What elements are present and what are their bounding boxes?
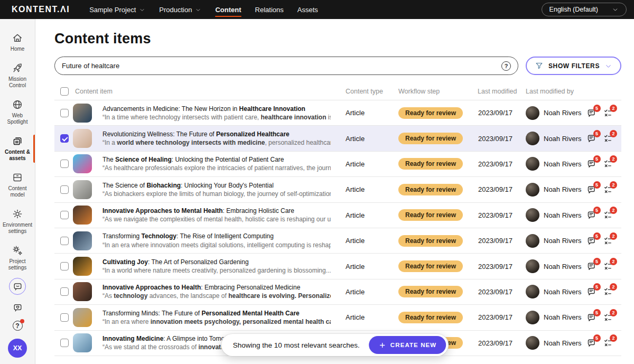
workflow-step-badge[interactable]: Ready for review (398, 133, 463, 144)
sidebar-item-home[interactable]: Home (0, 27, 35, 58)
create-new-button[interactable]: CREATE NEW (369, 336, 446, 354)
tasks-icon[interactable]: 2 (603, 286, 613, 297)
comments-icon[interactable]: 5 (586, 184, 596, 195)
user-avatar[interactable]: XX (8, 339, 27, 358)
sidebar-item-label: Content & assets (1, 149, 34, 162)
workflow-step-badge[interactable]: Ready for review (398, 312, 463, 323)
comments-icon[interactable]: 5 (586, 108, 596, 118)
row-checkbox[interactable] (60, 211, 69, 219)
content-item-text: Innovative Approaches to Mental Health: … (100, 207, 338, 223)
search-input[interactable] (62, 62, 496, 70)
tasks-icon[interactable]: 2 (603, 312, 613, 323)
table-row[interactable]: The Science of Biohacking: Unlocking You… (54, 177, 621, 202)
search-box[interactable]: ? (54, 57, 518, 75)
row-checkbox[interactable] (60, 262, 69, 270)
top-navigation: Sample Project Production Content Relati… (82, 0, 325, 19)
filter-funnel-icon (535, 61, 544, 70)
table-row[interactable]: Revolutionizing Wellness: The Future of … (54, 126, 621, 151)
comments-icon[interactable]: 5 (586, 210, 596, 220)
content-item-thumbnail (73, 154, 92, 173)
tasks-icon[interactable]: 2 (603, 108, 613, 118)
sidebar-item-project-settings[interactable]: Project settings (0, 240, 35, 276)
tasks-icon[interactable]: 2 (603, 261, 613, 272)
row-checkbox[interactable] (60, 339, 69, 347)
last-modified-by: Noah Rivers (523, 157, 585, 171)
feedback-heart-button[interactable] (13, 303, 23, 313)
modifier-name: Noah Rivers (544, 160, 582, 168)
table-row[interactable]: Cultivating Joy: The Art of Personalized… (54, 254, 621, 279)
sidebar-item-content-assets[interactable]: Content & assets (0, 130, 35, 167)
tasks-icon[interactable]: 2 (603, 133, 613, 144)
help-button[interactable]: ? (13, 321, 23, 331)
sidebar-item-mission-control[interactable]: Mission Control (0, 58, 35, 94)
workflow-step-badge[interactable]: Ready for review (398, 107, 463, 119)
table-row[interactable]: Transforming Technology: The Rise of Int… (54, 228, 621, 254)
plus-icon (378, 341, 386, 349)
show-filters-button[interactable]: SHOW FILTERS (526, 57, 621, 75)
workflow-step-badge[interactable]: Ready for review (398, 209, 463, 221)
row-checkbox[interactable] (60, 185, 69, 194)
row-checkbox[interactable] (60, 109, 69, 117)
workflow-step-badge[interactable]: Ready for review (398, 184, 463, 195)
nav-assets[interactable]: Assets (291, 0, 325, 19)
select-all-checkbox[interactable] (60, 87, 69, 96)
sidebar-item-content-model[interactable]: Content model (0, 167, 35, 203)
content-type: Article (338, 160, 391, 168)
workflow-step-badge[interactable]: Ready for review (398, 286, 463, 297)
tasks-icon[interactable]: 2 (603, 158, 613, 169)
modifier-avatar (526, 157, 539, 171)
comments-icon[interactable]: 5 (586, 158, 596, 169)
search-help-icon[interactable]: ? (501, 61, 511, 71)
tasks-icon[interactable]: 2 (603, 184, 613, 195)
last-modified-date: 2023/09/17 (470, 211, 523, 219)
row-checkbox[interactable] (60, 160, 69, 168)
table-row[interactable]: Advancements in Medicine: The New Horizo… (54, 100, 621, 126)
search-results-toast: Showing the 10 most relevant searches. C… (221, 334, 449, 356)
comments-icon[interactable]: 5 (586, 133, 596, 144)
content-type: Article (338, 135, 391, 143)
row-checkbox[interactable] (60, 313, 69, 322)
nav-content[interactable]: Content (208, 0, 248, 19)
workflow-step-badge[interactable]: Ready for review (398, 235, 463, 247)
row-checkbox[interactable] (60, 134, 69, 143)
table-row[interactable]: Transforming Minds: The Future of Person… (54, 305, 621, 330)
comments-icon[interactable]: 5 (586, 261, 596, 272)
modifier-name: Noah Rivers (544, 288, 582, 296)
workflow-step-badge[interactable]: Ready for review (398, 260, 463, 272)
tasks-icon[interactable]: 2 (603, 236, 613, 246)
box-icon (12, 172, 23, 183)
comments-icon[interactable]: 5 (586, 312, 596, 323)
chevron-down-icon (195, 7, 201, 13)
tasks-icon[interactable]: 2 (603, 338, 613, 348)
top-nav-label: Assets (297, 6, 318, 14)
comments-icon[interactable]: 5 (586, 236, 596, 246)
modifier-name: Noah Rivers (544, 185, 582, 193)
row-checkbox[interactable] (60, 237, 69, 245)
row-checkbox[interactable] (60, 287, 69, 296)
nav-production[interactable]: Production (152, 0, 208, 19)
feedback-chat-button[interactable] (9, 278, 26, 295)
table-header: Content item Content type Workflow step … (54, 82, 621, 100)
sidebar-item-environment-settings[interactable]: Environment settings (0, 203, 35, 240)
kontent-ai-logo[interactable]: KONTENT.ΛI (12, 5, 70, 14)
comments-icon[interactable]: 5 (586, 338, 596, 348)
table-row[interactable]: Innovative Approaches to Health: Embraci… (54, 279, 621, 305)
tasks-icon[interactable]: 2 (603, 210, 613, 220)
table-row[interactable]: Innovative Approaches to Mental Health: … (54, 203, 621, 228)
nav-sample-project[interactable]: Sample Project (82, 0, 152, 19)
last-modified-by: Noah Rivers (523, 183, 585, 197)
globe-icon (12, 99, 23, 110)
content-item-title: Innovative Approaches to Health: Embraci… (102, 283, 331, 292)
modifier-avatar (526, 106, 539, 120)
nav-relations[interactable]: Relations (248, 0, 291, 19)
modifier-avatar (526, 132, 539, 145)
language-selector[interactable]: English (Default) (542, 3, 627, 16)
table-row[interactable]: The Science of Healing: Unlocking the Po… (54, 152, 621, 177)
page-title: Content items (54, 31, 621, 47)
sidebar-item-label: Mission Control (1, 76, 34, 89)
comments-count-badge: 5 (593, 334, 601, 342)
sidebar-item-web-spotlight[interactable]: Web Spotlight (0, 94, 35, 130)
comments-icon[interactable]: 5 (586, 286, 596, 297)
content-item-excerpt: “In an era where innovation meets psycho… (102, 318, 331, 326)
workflow-step-badge[interactable]: Ready for review (398, 158, 463, 170)
